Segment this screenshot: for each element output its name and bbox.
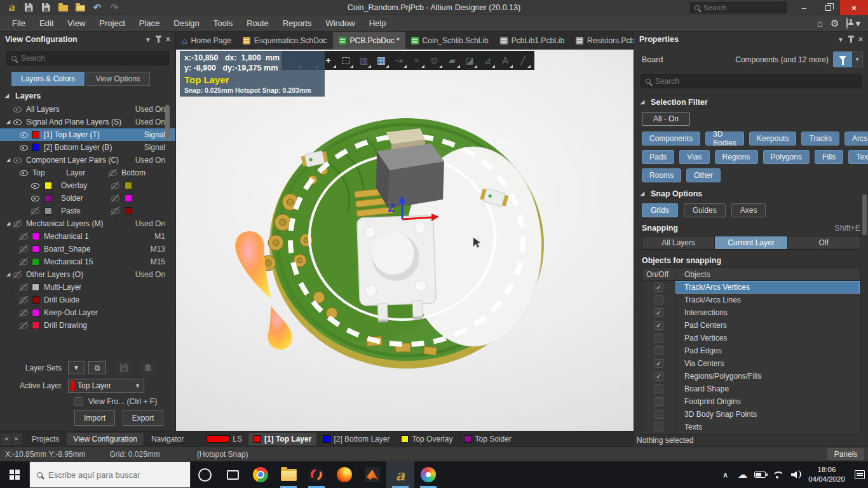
scrollbar-thumb[interactable] [862, 194, 867, 235]
color-swatch[interactable] [32, 283, 39, 291]
view-from-checkbox[interactable] [74, 397, 83, 406]
visibility-eye-icon[interactable] [19, 309, 28, 316]
start-button[interactable] [0, 461, 29, 488]
doc-tab-esquematico-schdoc[interactable]: Esquematico.SchDoc [237, 32, 333, 49]
filter-funnel-button[interactable] [833, 51, 852, 67]
segment-current-layer[interactable]: Current Layer [715, 236, 787, 249]
checkbox[interactable] [654, 359, 663, 368]
doc-tab-home-page[interactable]: ⌂Home Page [176, 32, 237, 49]
layer-row[interactable]: Multi-Layer [0, 281, 175, 294]
filter-components[interactable]: Components [642, 132, 700, 146]
battery-icon[interactable] [751, 461, 768, 488]
snap-axes[interactable]: Axes [731, 203, 766, 217]
snap-guides[interactable]: Guides [684, 203, 726, 217]
layer-tab--1-top-layer[interactable]: [1] Top Layer [248, 433, 316, 445]
place-component-icon[interactable]: ▦ [373, 52, 390, 69]
snap-object-row[interactable]: Intersections [642, 306, 860, 319]
route-icon[interactable]: ↝ [391, 52, 407, 69]
line-icon[interactable]: ╱ [515, 52, 531, 69]
visibility-eye-icon[interactable] [31, 194, 39, 202]
panel-dropdown-icon[interactable]: ▼ [837, 36, 844, 43]
doc-tab-pcb-pcbdoc-[interactable]: PCB.PcbDoc * [333, 32, 405, 49]
visibility-eye-icon[interactable] [13, 105, 22, 113]
visibility-eye-icon[interactable] [13, 220, 22, 227]
expand-arrow-icon[interactable]: ◢ [6, 272, 13, 277]
checkbox[interactable] [654, 384, 663, 393]
checkbox[interactable] [654, 295, 663, 304]
color-swatch[interactable] [32, 245, 39, 253]
menu-project[interactable]: Project [92, 15, 132, 31]
menu-place[interactable]: Place [132, 15, 167, 31]
snap-object-row[interactable]: Pad Centers [642, 319, 860, 332]
checkbox[interactable] [654, 321, 663, 330]
user-avatar-icon[interactable] [846, 18, 848, 29]
properties-search[interactable] [641, 74, 862, 88]
volume-icon[interactable] [785, 461, 803, 488]
filter-rooms[interactable]: Rooms [642, 168, 681, 182]
add-layer-set-button[interactable]: ⧉ [88, 361, 106, 374]
taskbar-clock[interactable]: 18:06 04/04/2020 [803, 465, 851, 484]
via-icon[interactable]: ⊙ [426, 52, 443, 69]
open-project-icon[interactable] [72, 1, 88, 14]
dropdown-chevron-icon[interactable]: ▾ [855, 18, 860, 29]
layer-tab-top-overlay[interactable]: Top Overlay [396, 433, 458, 445]
checkbox[interactable] [654, 346, 663, 355]
taskbar-search[interactable] [29, 461, 191, 488]
layer-row[interactable]: ◢Signal And Plane Layers (S)Used On [0, 116, 175, 128]
segment-all-layers[interactable]: All Layers [642, 236, 715, 249]
layer-row[interactable]: Solder [0, 192, 175, 205]
global-search-input[interactable] [703, 4, 782, 11]
checkbox[interactable] [654, 410, 663, 419]
visibility-eye-icon[interactable] [111, 194, 119, 202]
selection-filter-header[interactable]: ◢ Selection Filter [634, 91, 868, 111]
layer-row[interactable]: Keep-Out Layer [0, 306, 175, 319]
opera-icon[interactable] [302, 461, 330, 488]
color-swatch[interactable] [44, 194, 52, 202]
layers-section-header[interactable]: ◢ Layers [0, 86, 175, 103]
layer-row[interactable]: Mechanical 1M1 [0, 230, 175, 243]
visibility-eye-icon[interactable] [13, 156, 22, 164]
menu-edit[interactable]: Edit [32, 15, 60, 31]
expand-arrow-icon[interactable]: ◢ [6, 221, 13, 226]
save-icon[interactable] [21, 1, 36, 14]
filter-regions[interactable]: Regions [715, 150, 758, 164]
interactive-tune-icon[interactable]: ≈ [409, 52, 425, 69]
close-icon[interactable]: × [858, 35, 863, 44]
segment-off[interactable]: Off [788, 236, 860, 249]
layer-row[interactable]: Drill Drawing [0, 319, 175, 332]
panel-tab-view-configuration[interactable]: View Configuration [67, 433, 144, 445]
snap-object-row[interactable]: Regions/Polygons/Fills [642, 370, 860, 383]
layer-row[interactable]: All LayersUsed On [0, 103, 175, 116]
polygon-pour-icon[interactable]: ◪ [461, 52, 478, 69]
menu-window[interactable]: Window [318, 15, 362, 31]
taskbar-search-input[interactable] [48, 470, 183, 480]
menu-reports[interactable]: Reports [276, 15, 319, 31]
visibility-eye-icon[interactable] [108, 169, 117, 177]
snap-grids[interactable]: Grids [642, 203, 678, 217]
menu-tools[interactable]: Tools [207, 15, 240, 31]
global-search[interactable] [690, 2, 787, 13]
filter-keepouts[interactable]: Keepouts [749, 132, 797, 146]
tab-layers-colors[interactable]: Layers & Colors [11, 72, 85, 86]
scrollbar-thumb[interactable] [165, 105, 170, 140]
export-button[interactable]: Export [123, 410, 163, 426]
color-swatch[interactable] [125, 194, 132, 202]
visibility-eye-icon[interactable] [19, 233, 28, 240]
layer-row[interactable]: ◢Other Layers (O)Used On [0, 268, 175, 281]
layer-tab-top-solder[interactable]: Top Solder [459, 433, 516, 445]
filter-tracks[interactable]: Tracks [801, 132, 839, 146]
filter-arcs[interactable]: Arcs [844, 132, 868, 146]
checkbox[interactable] [654, 397, 663, 406]
color-swatch[interactable] [32, 144, 39, 151]
panel-tab-projects[interactable]: Projects [25, 433, 65, 445]
visibility-eye-icon[interactable] [13, 118, 22, 126]
selection-box-icon[interactable] [337, 52, 354, 69]
file-explorer-icon[interactable] [275, 461, 302, 488]
visibility-eye-icon[interactable] [19, 322, 28, 329]
layer-sets-dropdown-button[interactable]: ▼ [68, 361, 85, 374]
text-string-icon[interactable]: A [497, 52, 513, 69]
chrome-icon[interactable] [247, 461, 275, 488]
filter-pads[interactable]: Pads [642, 150, 674, 164]
pad-icon[interactable]: ▰ [444, 52, 461, 69]
layer-row[interactable]: ◢Component Layer Pairs (C)Used On [0, 154, 175, 166]
